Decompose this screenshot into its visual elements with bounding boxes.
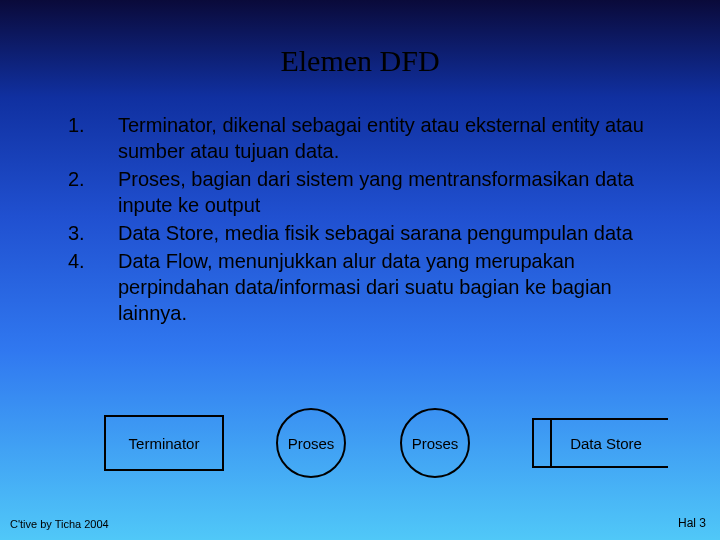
list-number: 1. <box>68 112 118 138</box>
process-shape: Proses <box>276 408 346 478</box>
footer-credit: C'tive by Ticha 2004 <box>10 518 109 530</box>
list-item: 3. Data Store, media fisik sebagai saran… <box>68 220 652 246</box>
datastore-label: Data Store <box>570 435 642 452</box>
datastore-shape: Data Store <box>532 418 668 468</box>
list-text: Data Flow, menunjukkan alur data yang me… <box>118 248 652 326</box>
footer-page: Hal 3 <box>678 516 706 530</box>
list-text: Data Store, media fisik sebagai sarana p… <box>118 220 652 246</box>
list-number: 2. <box>68 166 118 192</box>
slide-title: Elemen DFD <box>0 44 720 78</box>
process-label: Proses <box>412 435 459 452</box>
terminator-label: Terminator <box>129 435 200 452</box>
list-item: 2. Proses, bagian dari sistem yang mentr… <box>68 166 652 218</box>
process-label: Proses <box>288 435 335 452</box>
list-number: 3. <box>68 220 118 246</box>
list-item: 1. Terminator, dikenal sebagai entity at… <box>68 112 652 164</box>
numbered-list: 1. Terminator, dikenal sebagai entity at… <box>68 112 652 326</box>
process-shape: Proses <box>400 408 470 478</box>
list-text: Proses, bagian dari sistem yang mentrans… <box>118 166 652 218</box>
terminator-shape: Terminator <box>104 415 224 471</box>
list-text: Terminator, dikenal sebagai entity atau … <box>118 112 652 164</box>
shapes-row: Terminator Proses Proses Data Store <box>0 408 720 478</box>
list-number: 4. <box>68 248 118 274</box>
list-item: 4. Data Flow, menunjukkan alur data yang… <box>68 248 652 326</box>
